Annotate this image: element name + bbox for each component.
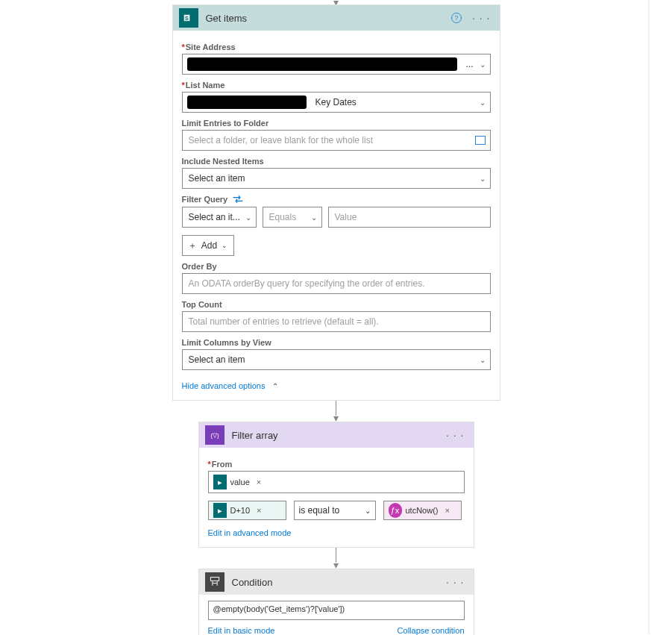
condition-card: Condition · · · @empty(body('Get_items')… [198,569,474,635]
collapse-condition-link[interactable]: Collapse condition [398,626,465,635]
top-count-label: Top Count [182,300,491,309]
sharepoint-token-icon: ▸ [213,503,227,518]
remove-token-icon[interactable]: × [442,506,453,515]
include-nested-select[interactable]: Select an item ⌄ [182,168,491,189]
filter-value-input[interactable]: Value [328,207,491,228]
condition-header[interactable]: Condition · · · [199,569,474,595]
d10-token[interactable]: ▸ D+10 × [213,503,265,518]
limit-folder-input[interactable]: Select a folder, or leave blank for the … [182,130,491,151]
site-address-label: *Site Address [182,43,491,51]
add-filter-button[interactable]: ＋ Add ⌄ [182,235,234,256]
more-icon[interactable]: · · · [469,12,493,24]
chevron-up-icon: ⌃ [272,382,278,390]
swap-icon[interactable] [232,195,244,204]
limit-columns-label: Limit Columns by View [182,338,491,347]
condition-title: Condition [232,577,273,588]
filter-array-title: Filter array [232,430,278,441]
filter-array-icon: {▽} [205,425,224,445]
filter-query-label: Filter Query [182,195,491,204]
sharepoint-token-icon: ▸ [213,475,227,489]
order-by-input[interactable]: An ODATA orderBy query for specifying th… [182,273,491,294]
condition-operator-select[interactable]: is equal to⌄ [294,501,376,520]
more-icon[interactable]: · · · [443,576,467,588]
arrow-down-icon: ▾ [333,561,339,569]
get-items-title: Get items [206,13,248,24]
site-address-input[interactable]: ... ⌄ [182,54,491,75]
chevron-down-icon: ⌄ [222,242,227,249]
chevron-down-icon: ⌄ [480,356,486,364]
limit-columns-select[interactable]: Select an item ⌄ [182,349,491,370]
condition-left-input[interactable]: ▸ D+10 × [208,501,286,520]
hide-advanced-link[interactable]: Hide advanced options [182,381,266,390]
list-name-input[interactable]: Key Dates ⌄ [182,92,491,113]
folder-icon[interactable] [475,136,486,145]
limit-folder-label: Limit Entries to Folder [182,119,491,128]
svg-rect-3 [210,578,219,581]
value-token[interactable]: ▸ value × [213,475,265,489]
utcnow-token[interactable]: ƒx utcNow() × [389,503,453,518]
filter-array-card: {▽} Filter array · · · *From ▸ value × ▸… [198,422,474,548]
get-items-header[interactable]: S Get items ? · · · [173,5,500,31]
edit-basic-link[interactable]: Edit in basic mode [208,626,275,635]
expression-token-icon: ƒx [389,503,402,518]
list-name-label: *List Name [182,81,491,90]
from-input[interactable]: ▸ value × [208,471,465,493]
remove-token-icon[interactable]: × [254,478,264,487]
sharepoint-icon: S [179,8,198,28]
filter-column-select[interactable]: Select an it...⌄ [182,207,257,228]
svg-text:{▽}: {▽} [210,432,219,439]
edit-advanced-link[interactable]: Edit in advanced mode [208,528,292,537]
include-nested-label: Include Nested Items [182,157,491,166]
get-items-card: S Get items ? · · · *Site Address ... ⌄ … [172,4,500,401]
order-by-label: Order By [182,262,491,271]
chevron-down-icon: ⌄ [480,60,486,69]
from-label: *From [208,460,465,469]
filter-array-header[interactable]: {▽} Filter array · · · [199,422,474,448]
condition-icon [205,572,224,592]
condition-right-input[interactable]: ƒx utcNow() × [383,501,462,520]
arrow-down-icon: ▾ [333,414,339,422]
remove-token-icon[interactable]: × [254,506,264,515]
help-icon[interactable]: ? [451,13,462,23]
top-count-input[interactable]: Total number of entries to retrieve (def… [182,311,491,332]
chevron-down-icon: ⌄ [480,175,486,183]
condition-expression-input[interactable]: @empty(body('Get_items')?['value']) [208,601,465,620]
chevron-down-icon: ⌄ [480,98,486,107]
chevron-down-icon: ⌄ [365,507,371,515]
svg-text:S: S [185,16,189,21]
filter-operator-select[interactable]: Equals⌄ [263,207,322,228]
plus-icon: ＋ [188,240,197,252]
more-icon[interactable]: · · · [443,429,467,441]
